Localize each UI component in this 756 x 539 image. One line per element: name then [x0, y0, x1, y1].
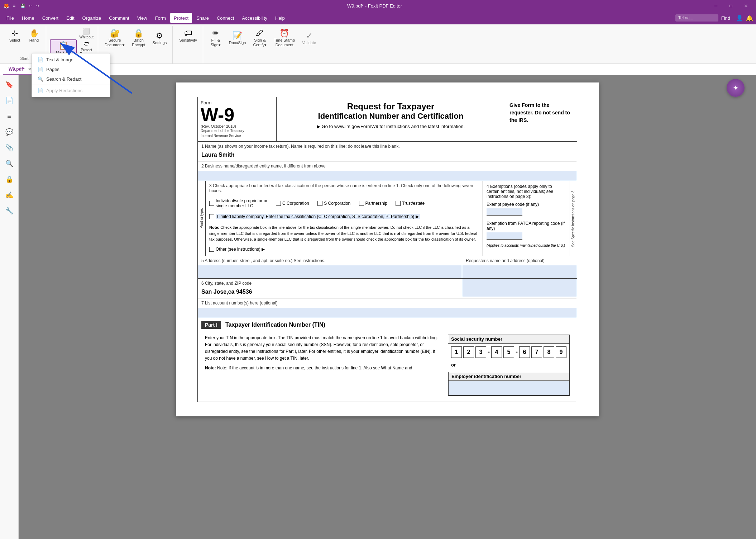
ribbon-settings-button[interactable]: ⚙ Settings: [150, 30, 170, 47]
sidebar-comment-icon[interactable]: 💬: [3, 126, 16, 138]
menu-file-small[interactable]: ≡: [11, 3, 17, 8]
hand-label: Hand: [29, 38, 39, 43]
w9-ssn-box: Social security number 1 2 3 - 4 5 - 6 7: [448, 335, 570, 396]
ribbon-batch-encrypt-button[interactable]: 🔒 BatchEncrypt: [129, 27, 148, 49]
dept: Department of the Treasury Internal Reve…: [201, 128, 273, 138]
text-image-label: Text & Image: [46, 57, 73, 62]
ssn-digit-4[interactable]: 4: [491, 346, 502, 358]
exempt-payee-field[interactable]: [487, 208, 522, 216]
menu-protect[interactable]: Protect: [170, 13, 192, 23]
checkbox-trust-box[interactable]: [396, 201, 401, 206]
ribbon-sign-certify-button[interactable]: 🖊 Sign &Certify▾: [250, 27, 269, 49]
ribbon-sensitivity-button[interactable]: 🏷 Sensitivity: [176, 27, 200, 45]
ssn-digit-7[interactable]: 7: [531, 346, 542, 358]
menu-search-input[interactable]: [675, 14, 718, 22]
ssn-digit-6[interactable]: 6: [519, 346, 530, 358]
main-area: 🔖 📄 ≡ 💬 📎 🔍 🔒 ✍ 🔧 ✦ Form W-9 (Rev. Octob…: [0, 75, 756, 539]
checkbox-c-corp-box[interactable]: [276, 201, 281, 206]
sidebar-page-icon[interactable]: 📄: [3, 94, 16, 107]
pdf-document: Form W-9 (Rev. October 2018) Department …: [176, 82, 599, 416]
menu-home[interactable]: Home: [18, 13, 38, 23]
w9-applies: (Applies to accounts maintained outside …: [487, 244, 565, 247]
ribbon-hand-button[interactable]: ✋ Hand: [25, 27, 43, 45]
checkbox-llc-label: Limited liability company. Enter the tax…: [216, 214, 420, 219]
menu-comment[interactable]: Comment: [105, 13, 133, 23]
search-redact-icon: 🔍: [38, 76, 43, 82]
menu-help[interactable]: Help: [272, 13, 288, 23]
sign-certify-label: Sign &Certify▾: [253, 38, 267, 47]
checkbox-other-label: Other (see instructions) ▶: [216, 247, 265, 252]
menu-connect[interactable]: Connect: [213, 13, 238, 23]
menu-file[interactable]: File: [3, 13, 18, 23]
close-button[interactable]: ✕: [739, 0, 753, 11]
ssn-digit-1[interactable]: 1: [451, 346, 462, 358]
docusign-icon: 📝: [233, 32, 242, 40]
w9-or-text: or: [448, 361, 569, 369]
ssn-digit-8[interactable]: 8: [544, 346, 554, 358]
checkbox-individual-box[interactable]: [209, 201, 214, 206]
ssn-digit-9[interactable]: 9: [556, 346, 566, 358]
w9-field4-label: 4 Exemptions (codes apply only to certai…: [487, 184, 565, 199]
text-image-icon: 📄: [38, 57, 43, 62]
ribbon-timestamp-button[interactable]: ⏰ Time StampDocument: [271, 27, 298, 49]
checkbox-s-corp-box[interactable]: [317, 201, 322, 206]
dropdown-pages[interactable]: 📄 Pages: [32, 65, 110, 74]
ribbon-secure-document-button[interactable]: 🔐 SecureDocument▾: [102, 27, 128, 49]
sidebar-bookmark-icon[interactable]: 🔖: [3, 78, 16, 91]
checkbox-partnership-box[interactable]: [359, 201, 364, 206]
select-icon: ⊹: [11, 29, 18, 37]
checkbox-s-corp: S Corporation: [317, 201, 350, 206]
fill-sign-icon: ✏: [212, 29, 219, 37]
quick-save[interactable]: 💾: [19, 3, 27, 9]
start-group-label: Start: [20, 56, 28, 62]
menu-convert[interactable]: Convert: [39, 13, 62, 23]
ribbon-docusign-button[interactable]: 📝 DocuSign: [226, 30, 249, 47]
sidebar-layers-icon[interactable]: ≡: [3, 110, 16, 123]
w9-field7-label: 7 List account number(s) here (optional): [198, 298, 577, 308]
checkbox-trust: Trust/estate: [396, 201, 425, 206]
sidebar-security-icon[interactable]: 🔒: [3, 173, 16, 186]
dropdown-text-image[interactable]: 📄 Text & Image: [32, 55, 110, 65]
sidebar-tools-icon[interactable]: 🔧: [3, 204, 16, 217]
tab-close-button[interactable]: ✕: [28, 67, 31, 71]
ssn-digit-3[interactable]: 3: [475, 346, 486, 358]
user-icon[interactable]: 👤: [736, 15, 743, 22]
quick-undo[interactable]: ↩: [28, 3, 34, 9]
ribbon-group-sign: ✏ Fill &Sign▾ 📝 DocuSign 🖊 Sign &Certify…: [204, 26, 322, 63]
minimize-button[interactable]: ─: [709, 0, 723, 11]
ssn-dash-1: -: [488, 348, 490, 356]
menu-accessibility[interactable]: Accessibility: [238, 13, 271, 23]
ribbon-validate-button[interactable]: ✓ Validate: [299, 30, 319, 47]
ribbon-fill-sign-button[interactable]: ✏ Fill &Sign▾: [207, 27, 225, 49]
title-bar: 🦊 ≡ 💾 ↩ ↪ W9.pdf* - Foxit PDF Editor ─ □…: [0, 0, 756, 11]
checkbox-c-corp-label: C Corporation: [282, 201, 309, 206]
notification-icon[interactable]: 🔔: [746, 15, 753, 22]
ssn-digit-2[interactable]: 2: [463, 346, 474, 358]
checkbox-llc-box[interactable]: [209, 214, 214, 219]
ribbon-whiteout-button[interactable]: ⬜ Whiteout: [78, 27, 95, 40]
menu-edit[interactable]: Edit: [63, 13, 78, 23]
sidebar-signature-icon[interactable]: ✍: [3, 189, 16, 202]
find-button[interactable]: Find: [721, 15, 730, 21]
menu-form[interactable]: Form: [152, 13, 169, 23]
w9-tin-instructions: Enter your TIN in the appropriate box. T…: [205, 335, 441, 396]
ai-button[interactable]: ✦: [727, 79, 745, 97]
fatca-field[interactable]: [487, 232, 522, 240]
quick-redo[interactable]: ↪: [34, 3, 40, 9]
w9-field5-row: 5 Address (number, street, and apt. or s…: [198, 256, 577, 279]
maximize-button[interactable]: □: [724, 0, 738, 11]
menu-share[interactable]: Share: [193, 13, 212, 23]
checkbox-partnership-label: Partnership: [365, 201, 387, 206]
ribbon-select-button[interactable]: ⊹ Select: [6, 27, 24, 45]
checkbox-other-box[interactable]: [209, 247, 214, 252]
w9-field7-row: 7 List account number(s) here (optional): [198, 298, 577, 318]
w9-field2-row: 2 Business name/disregarded entity name,…: [198, 161, 577, 181]
secure-document-label: SecureDocument▾: [105, 38, 125, 47]
menu-view[interactable]: View: [134, 13, 151, 23]
ssn-digit-5[interactable]: 5: [503, 346, 514, 358]
sidebar-attachment-icon[interactable]: 📎: [3, 141, 16, 154]
whiteout-icon: ⬜: [83, 28, 90, 35]
menu-organize[interactable]: Organize: [79, 13, 105, 23]
dropdown-search-redact[interactable]: 🔍 Search & Redact: [32, 74, 110, 84]
sidebar-search-icon[interactable]: 🔍: [3, 157, 16, 170]
